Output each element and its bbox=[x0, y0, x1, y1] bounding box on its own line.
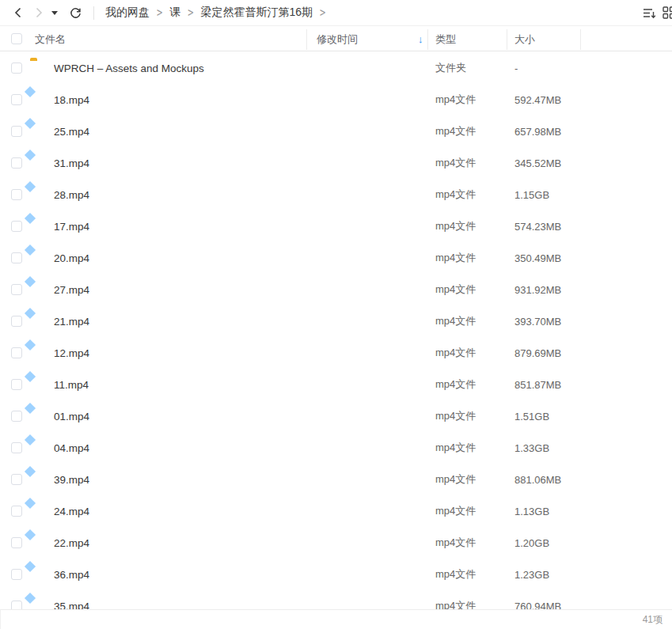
row-checkbox[interactable] bbox=[11, 569, 22, 580]
row-checkbox[interactable] bbox=[11, 442, 22, 453]
table-row[interactable]: 01.mp4 mp4文件 1.51GB bbox=[0, 400, 672, 432]
file-name[interactable]: 28.mp4 bbox=[54, 179, 89, 210]
table-row[interactable]: 24.mp4 mp4文件 1.13GB bbox=[0, 495, 672, 527]
column-header-type-label: 类型 bbox=[435, 32, 456, 47]
row-checkbox[interactable] bbox=[11, 316, 22, 327]
table-row[interactable]: 27.mp4 mp4文件 931.92MB bbox=[0, 274, 672, 305]
file-size: 1.33GB bbox=[514, 432, 549, 464]
table-row[interactable]: 31.mp4 mp4文件 345.52MB bbox=[0, 147, 672, 179]
table-row[interactable]: 12.mp4 mp4文件 879.69MB bbox=[0, 337, 672, 369]
file-name[interactable]: 20.mp4 bbox=[54, 242, 89, 274]
file-type: mp4文件 bbox=[435, 464, 476, 495]
back-icon bbox=[13, 7, 24, 18]
column-header-size[interactable]: 大小 bbox=[514, 27, 535, 51]
file-size: 851.87MB bbox=[514, 369, 561, 400]
file-name[interactable]: 35.mp4 bbox=[54, 590, 89, 609]
file-name[interactable]: 21.mp4 bbox=[54, 305, 89, 337]
table-row[interactable]: 18.mp4 mp4文件 592.47MB bbox=[0, 84, 672, 116]
table-row[interactable]: 35.mp4 mp4文件 760.94MB bbox=[0, 590, 672, 609]
column-divider bbox=[306, 29, 307, 50]
column-header-modified-label: 修改时间 bbox=[317, 32, 358, 47]
file-size: 1.13GB bbox=[514, 495, 549, 527]
file-name[interactable]: 25.mp4 bbox=[54, 116, 89, 147]
row-checkbox[interactable] bbox=[11, 284, 22, 295]
select-all-checkbox[interactable] bbox=[11, 33, 22, 44]
file-name[interactable]: 22.mp4 bbox=[54, 527, 89, 559]
file-type: mp4文件 bbox=[435, 274, 476, 305]
row-checkbox[interactable] bbox=[11, 411, 22, 422]
table-row[interactable]: 22.mp4 mp4文件 1.20GB bbox=[0, 527, 672, 559]
breadcrumb-item-middle[interactable]: 课 bbox=[168, 4, 182, 21]
column-divider bbox=[427, 29, 428, 50]
history-dropdown-button[interactable] bbox=[49, 2, 60, 23]
file-name[interactable]: 18.mp4 bbox=[54, 84, 89, 116]
file-type: mp4文件 bbox=[435, 84, 476, 116]
file-type: mp4文件 bbox=[435, 147, 476, 179]
item-count: 41项 bbox=[643, 613, 663, 627]
table-row[interactable]: 25.mp4 mp4文件 657.98MB bbox=[0, 116, 672, 147]
row-checkbox[interactable] bbox=[11, 221, 22, 232]
file-name[interactable]: 01.mp4 bbox=[54, 400, 89, 432]
row-checkbox[interactable] bbox=[11, 126, 22, 137]
file-size: - bbox=[514, 52, 518, 84]
file-name[interactable]: 12.mp4 bbox=[54, 337, 89, 369]
file-type: mp4文件 bbox=[435, 559, 476, 590]
table-row[interactable]: 20.mp4 mp4文件 350.49MB bbox=[0, 242, 672, 274]
breadcrumb-item-current[interactable]: 梁定然霍普斯汀第16期 bbox=[199, 4, 314, 21]
file-name[interactable]: 36.mp4 bbox=[54, 559, 89, 590]
row-checkbox[interactable] bbox=[11, 601, 22, 609]
file-list: WPRCH – Assets and Mockups 文件夹 - 18.mp4 … bbox=[0, 52, 672, 609]
table-row[interactable]: 28.mp4 mp4文件 1.15GB bbox=[0, 179, 672, 210]
file-size: 1.23GB bbox=[514, 559, 549, 590]
row-checkbox[interactable] bbox=[11, 94, 22, 105]
breadcrumb-separator-icon: > bbox=[320, 6, 325, 20]
table-header: 文件名 修改时间 ↓ 类型 大小 bbox=[0, 27, 672, 51]
row-checkbox[interactable] bbox=[11, 347, 22, 358]
row-checkbox[interactable] bbox=[11, 157, 22, 169]
column-header-modified[interactable]: 修改时间 bbox=[317, 27, 358, 51]
refresh-button[interactable] bbox=[65, 2, 85, 23]
file-size: 1.51GB bbox=[514, 400, 549, 432]
file-name[interactable]: 17.mp4 bbox=[54, 210, 89, 242]
forward-button[interactable] bbox=[28, 2, 49, 23]
file-type: 文件夹 bbox=[435, 52, 466, 84]
file-size: 592.47MB bbox=[514, 84, 561, 116]
column-header-name[interactable]: 文件名 bbox=[35, 27, 66, 51]
table-row[interactable]: 17.mp4 mp4文件 574.23MB bbox=[0, 210, 672, 242]
file-name[interactable]: 24.mp4 bbox=[54, 495, 89, 527]
file-size: 393.70MB bbox=[514, 305, 561, 337]
table-row[interactable]: WPRCH – Assets and Mockups 文件夹 - bbox=[0, 52, 672, 84]
row-checkbox[interactable] bbox=[11, 474, 22, 485]
table-row[interactable]: 21.mp4 mp4文件 393.70MB bbox=[0, 305, 672, 337]
file-name[interactable]: 39.mp4 bbox=[54, 464, 89, 495]
file-type: mp4文件 bbox=[435, 495, 476, 527]
file-type: mp4文件 bbox=[435, 527, 476, 559]
table-row[interactable]: 04.mp4 mp4文件 1.33GB bbox=[0, 432, 672, 464]
row-checkbox[interactable] bbox=[11, 506, 22, 517]
row-checkbox[interactable] bbox=[11, 189, 22, 200]
file-name[interactable]: 04.mp4 bbox=[54, 432, 89, 464]
row-checkbox[interactable] bbox=[11, 63, 22, 74]
row-checkbox[interactable] bbox=[11, 379, 22, 390]
column-header-type[interactable]: 类型 bbox=[435, 27, 456, 51]
breadcrumb-item-root[interactable]: 我的网盘 bbox=[104, 4, 151, 21]
sort-options-button[interactable] bbox=[638, 2, 660, 23]
file-type: mp4文件 bbox=[435, 432, 476, 464]
sort-direction-indicator[interactable]: ↓ bbox=[413, 27, 423, 51]
row-checkbox[interactable] bbox=[11, 537, 22, 548]
file-type: mp4文件 bbox=[435, 179, 476, 210]
forward-icon bbox=[33, 7, 44, 18]
table-row[interactable]: 39.mp4 mp4文件 881.06MB bbox=[0, 464, 672, 495]
grid-view-button[interactable] bbox=[660, 2, 672, 23]
row-checkbox[interactable] bbox=[11, 252, 22, 263]
table-row[interactable]: 36.mp4 mp4文件 1.23GB bbox=[0, 559, 672, 590]
table-row[interactable]: 11.mp4 mp4文件 851.87MB bbox=[0, 369, 672, 400]
file-size: 1.20GB bbox=[514, 527, 549, 559]
file-manager-window: 我的网盘 > 课 > 梁定然霍普斯汀第16期 > bbox=[0, 0, 672, 629]
file-size: 879.69MB bbox=[514, 337, 561, 369]
file-name[interactable]: 31.mp4 bbox=[54, 147, 89, 179]
file-name[interactable]: 27.mp4 bbox=[54, 274, 89, 305]
file-name[interactable]: 11.mp4 bbox=[54, 369, 89, 400]
file-name[interactable]: WPRCH – Assets and Mockups bbox=[54, 52, 204, 84]
back-button[interactable] bbox=[8, 2, 28, 23]
